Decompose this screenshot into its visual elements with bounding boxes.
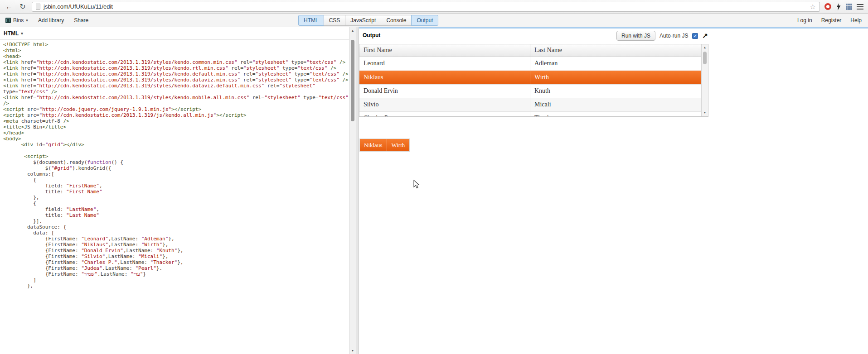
panel-tabs: HTMLCSSJavaScriptConsoleOutput [298,15,438,26]
code-line: <link href="http://cdn.kendostatic.com/2… [3,95,349,100]
code-line: data: [ [3,230,349,236]
code-line: field: "FirstName", [3,183,349,189]
code-line: $(document).ready(function() { [3,159,349,165]
tab-css[interactable]: CSS [324,15,346,26]
panel-splitter[interactable] [356,27,359,354]
code-line: }, [3,195,349,201]
refresh-button[interactable]: ↻ [18,2,27,11]
open-output-window-icon[interactable]: ↗ [702,32,708,40]
grid-body: LeonardAdlemanNiklausWirthDonald ErvinKn… [359,57,701,116]
code-line: {FirstName: "Silvio",LastName: "Micali"}… [3,254,349,259]
chip-cell: Wirth [387,139,409,151]
code-line: <script src="http://cdn.kendostatic.com/… [3,112,349,118]
code-line: <head> [3,53,349,59]
code-line: {FirstName: "Judea",LastName: "Pearl"}, [3,265,349,271]
code-line: <div id="grid"></div> [3,142,349,148]
mouse-cursor [413,180,420,189]
tab-javascript[interactable]: JavaScript [345,15,381,26]
scroll-down-icon[interactable]: ▼ [702,110,708,116]
kendo-grid-main: First NameLast Name LeonardAdlemanNiklau… [359,44,701,116]
grid-row[interactable]: NiklausWirth [359,71,701,84]
bins-menu[interactable]: Bins ▾ [5,17,28,24]
scroll-up-icon[interactable]: ▲ [349,27,356,34]
code-line: <html> [3,48,349,53]
bins-label: Bins [13,17,24,24]
back-button[interactable]: ← [5,3,14,11]
code-line: <link href="http://cdn.kendostatic.com/2… [3,83,349,89]
code-line: {FirstName: "Niklaus",LastName: "Wirth"}… [3,242,349,248]
add-library-button[interactable]: Add library [38,17,64,24]
grid-header-cell[interactable]: Last Name [530,44,701,57]
tab-console[interactable]: Console [381,15,412,26]
output-panel-header: Output Run with JS Auto-run JS ✓ ↗ [359,29,712,42]
scroll-up-icon[interactable]: ▲ [702,44,708,51]
chevron-down-icon: ▾ [21,31,23,36]
grid-cell[interactable]: Silvio [359,98,530,111]
code-line: /> [3,100,349,106]
login-link[interactable]: Log in [797,17,812,24]
menu-icon[interactable] [857,4,863,10]
code-editor[interactable]: <!DOCTYPE html><html><head><link href="h… [0,40,349,289]
code-line: {FirstName: "שמיר",LastName: "עדי"} [3,271,349,277]
grid-row[interactable]: LeonardAdleman [359,57,701,71]
code-line: <link href="http://cdn.kendostatic.com/2… [3,65,349,71]
grid-cell[interactable]: Knuth [530,85,701,98]
editor-scrollbar[interactable]: ▲ ▼ [349,27,356,354]
code-line: <!DOCTYPE html> [3,42,349,48]
bins-icon [5,18,11,23]
jsbin-toolbar: Bins ▾ Add library Share HTMLCSSJavaScri… [0,14,868,27]
url-text[interactable]: jsbin.com/UfUKuLu/11/edit [44,3,807,10]
code-line: <body> [3,136,349,142]
code-line: }], [3,218,349,224]
code-line: columns:[ [3,171,349,177]
account-links: Log in Register Help [797,17,862,24]
grid-row[interactable]: Charles P.Thacker [359,111,701,116]
grid-cell[interactable]: Micali [530,98,701,111]
code-line: </head> [3,130,349,136]
output-panel-title: Output [363,32,380,38]
grid-scrollbar-thumb[interactable] [703,52,707,64]
tab-html[interactable]: HTML [298,15,324,26]
grid-cell[interactable]: Wirth [530,71,701,84]
apps-grid-icon[interactable] [846,4,852,10]
chip-cell: Niklaus [360,139,387,151]
browser-chrome: ← ↻ jsbin.com/UfUKuLu/11/edit ☆ [0,0,868,14]
code-line: $("#grid").kendoGrid({ [3,165,349,171]
chevron-down-icon: ▾ [26,18,28,23]
grid-cell[interactable]: Niklaus [359,71,530,84]
editor-scrollbar-thumb[interactable] [351,40,354,121]
code-line: }, [3,283,349,289]
grid-cell[interactable]: Donald Ervin [359,85,530,98]
share-button[interactable]: Share [74,17,88,24]
code-line: {FirstName: "Charles P.",LastName: "Thac… [3,259,349,265]
grid-cell[interactable]: Leonard [359,57,530,71]
html-panel-menu[interactable]: HTML ▾ [0,27,349,40]
autorun-js-checkbox[interactable]: ✓ [692,33,698,39]
grid-header-row: First NameLast Name [359,44,701,57]
url-bar[interactable]: jsbin.com/UfUKuLu/11/edit ☆ [32,2,820,12]
grid-cell[interactable]: Thacker [530,112,701,116]
grid-header-cell[interactable]: First Name [359,44,530,57]
grid-cell[interactable]: Adleman [530,57,701,71]
code-line: title: "Last Name" [3,212,349,218]
scroll-down-icon[interactable]: ▼ [349,347,356,354]
page-icon [36,4,40,10]
bookmark-star-icon[interactable]: ☆ [810,3,816,11]
code-line: <script> [3,153,349,159]
code-line: type="text/css" /> [3,89,349,95]
run-with-js-button[interactable]: Run with JS [616,31,655,41]
code-line [3,148,349,153]
help-link[interactable]: Help [850,17,862,24]
code-line: ] [3,277,349,283]
tab-output[interactable]: Output [411,15,438,26]
grid-row[interactable]: SilvioMicali [359,98,701,111]
grid-cell[interactable]: Charles P. [359,112,530,116]
grid-scrollbar[interactable]: ▲ ▼ [701,44,708,116]
html-panel-title: HTML [4,30,19,37]
register-link[interactable]: Register [821,17,842,24]
lightning-icon[interactable] [836,3,841,10]
blocker-icon[interactable] [824,3,831,10]
code-line: {FirstName: "Leonard",LastName: "Adleman… [3,236,349,242]
code-line: <script src="http://code.jquery.com/jque… [3,106,349,112]
grid-row[interactable]: Donald ErvinKnuth [359,84,701,98]
